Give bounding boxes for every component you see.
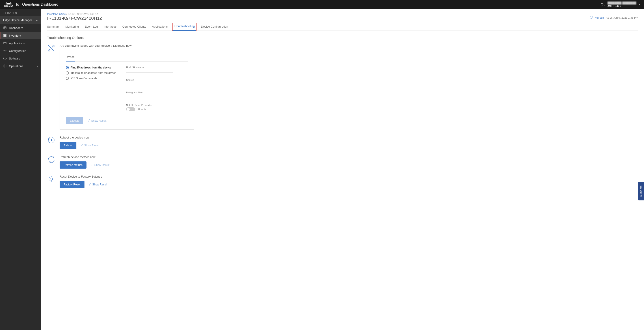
show-result-link[interactable]: Show Result	[80, 144, 99, 147]
sidebar-section-edm[interactable]: Edge Device Manager ⌄	[0, 16, 41, 24]
device-card-tab: Device	[66, 55, 188, 62]
tab-monitoring[interactable]: Monitoring	[66, 23, 79, 31]
diagnose-actions: Execute Show Result	[66, 117, 188, 124]
main-content: Inventory: In Use / IR1101-K9+FCW23400H1…	[41, 9, 644, 330]
sidebar-item-label: Dashboard	[9, 26, 23, 30]
required-mark: *	[144, 66, 145, 69]
guide-me-tab[interactable]: Guide me!	[638, 182, 644, 200]
tab-event-log[interactable]: Event Log	[85, 23, 98, 31]
datagram-input[interactable]	[126, 94, 173, 98]
factory-actions: Factory Reset Show Result	[60, 181, 638, 188]
metrics-icon	[47, 155, 56, 164]
sidebar-item-configuration[interactable]: Configuration	[0, 47, 41, 55]
org-subtitle: Jedi-IR1101	[608, 5, 621, 8]
svg-point-6	[4, 36, 4, 36]
refresh-icon[interactable]	[590, 16, 593, 20]
diagnose-icon	[47, 44, 56, 53]
svg-point-0	[602, 3, 603, 4]
fields: IPv4 / Hostname* Source Datagram Size	[126, 66, 188, 111]
svg-marker-14	[51, 139, 53, 141]
tab-device-configuration[interactable]: Device Configuration	[201, 23, 228, 31]
execute-button[interactable]: Execute	[66, 117, 83, 124]
sidebar-nav: Dashboard Inventory Applications Configu…	[0, 24, 41, 70]
sidebar-services-label: SERVICES	[0, 9, 41, 16]
tabs: Summary Monitoring Event Log Interfaces …	[47, 23, 638, 31]
breadcrumb-current: IR1101-K9+FCW23400H1Z	[68, 13, 98, 15]
reboot-button[interactable]: Reboot	[60, 142, 76, 149]
refresh-metrics-button[interactable]: Refresh Metrics	[60, 161, 86, 169]
chevron-down-icon: ⌄	[36, 65, 38, 67]
show-result-label: Show Result	[94, 163, 109, 167]
svg-point-10	[4, 65, 6, 67]
sidebar-item-label: Software	[9, 57, 20, 60]
topbar-left: CISCO IoT Operations Dashboard	[4, 2, 58, 7]
expand-icon	[80, 144, 83, 147]
reboot-actions: Reboot Show Result	[60, 142, 638, 149]
device-card-tab-label[interactable]: Device	[66, 55, 74, 62]
factory-icon	[47, 175, 56, 184]
section-title: Troubleshooting Options	[47, 36, 638, 40]
app-title: IoT Operations Dashboard	[16, 3, 58, 7]
sidebar-item-inventory[interactable]: Inventory	[0, 32, 41, 39]
sidebar-item-label: Applications	[9, 42, 25, 45]
cisco-logo: CISCO	[4, 2, 13, 7]
page-title: IR1101-K9+FCW23400H1Z	[47, 16, 102, 21]
field-label-ip: IPv4 / Hostname	[126, 66, 144, 69]
sidebar-section-label: Edge Device Manager	[3, 19, 32, 22]
factory-row: Reset Device to Factory Settings Factory…	[47, 175, 638, 188]
tab-applications[interactable]: Applications	[152, 23, 168, 31]
metrics-prompt: Refresh device metrics now	[60, 155, 638, 159]
reboot-row: Reboot the device now Reboot Show Result	[47, 136, 638, 149]
radio-traceroute[interactable]: Traceroute IP address from the device	[66, 71, 117, 75]
radio-ping[interactable]: Ping IP address from the device	[66, 66, 117, 69]
tab-interfaces[interactable]: Interfaces	[104, 23, 116, 31]
radio-dot-icon	[66, 77, 69, 80]
sidebar-item-operations[interactable]: Operations ⌄	[0, 62, 41, 70]
sidebar-item-label: Inventory	[9, 34, 21, 37]
software-icon	[3, 57, 7, 60]
org-selector[interactable]: ████████ ████████ Jedi-IR1101	[608, 2, 636, 8]
operations-icon	[3, 64, 7, 68]
show-result-link[interactable]: Show Result	[88, 183, 107, 186]
source-input[interactable]	[126, 82, 173, 85]
svg-point-15	[50, 178, 52, 180]
sidebar: SERVICES Edge Device Manager ⌄ Dashboard…	[0, 9, 41, 330]
svg-point-9	[4, 66, 6, 66]
device-card: Device Ping IP address from the device T…	[60, 50, 194, 129]
radio-ios-show[interactable]: IOS Show Commands	[66, 77, 117, 80]
ip-input[interactable]	[126, 69, 173, 73]
radio-dot-icon	[66, 71, 69, 75]
topbar: CISCO IoT Operations Dashboard ████████ …	[0, 0, 644, 9]
metrics-actions: Refresh Metrics Show Result	[60, 161, 638, 169]
people-icon[interactable]	[601, 2, 605, 7]
sidebar-item-applications[interactable]: Applications	[0, 39, 41, 47]
show-result-link[interactable]: Show Result	[90, 163, 109, 167]
field-ip: IPv4 / Hostname*	[126, 66, 188, 73]
show-result-link[interactable]: Show Result	[88, 119, 106, 123]
tab-connected-clients[interactable]: Connected Clients	[122, 23, 146, 31]
breadcrumb-link[interactable]: Inventory: In Use	[47, 13, 66, 15]
tab-summary[interactable]: Summary	[47, 23, 60, 31]
refresh-block: Refresh As of: Jun 9, 2023 1:38 PM	[590, 16, 638, 20]
svg-point-8	[4, 50, 6, 51]
refresh-timestamp: As of: Jun 9, 2023 1:38 PM	[606, 16, 638, 19]
radio-dot-icon	[66, 66, 69, 69]
sidebar-item-dashboard[interactable]: Dashboard	[0, 24, 41, 32]
field-label-source: Source	[126, 79, 188, 81]
svg-rect-7	[4, 42, 6, 44]
factory-prompt: Reset Device to Factory Settings	[60, 175, 638, 178]
show-result-label: Show Result	[91, 119, 106, 122]
inventory-icon	[3, 34, 7, 37]
df-toggle[interactable]	[126, 107, 135, 111]
show-result-label: Show Result	[92, 183, 107, 186]
metrics-row: Refresh device metrics now Refresh Metri…	[47, 155, 638, 169]
chevron-down-icon[interactable]: ▾	[639, 3, 640, 6]
apps-icon	[3, 41, 7, 45]
refresh-link[interactable]: Refresh	[594, 16, 604, 19]
sidebar-item-software[interactable]: Software	[0, 55, 41, 62]
diagnose-prompt: Are you having issues with your device ?…	[60, 44, 638, 47]
factory-reset-button[interactable]: Factory Reset	[60, 181, 84, 188]
config-icon	[3, 49, 7, 53]
reboot-prompt: Reboot the device now	[60, 136, 638, 139]
tab-troubleshooting[interactable]: Troubleshooting	[172, 23, 196, 31]
